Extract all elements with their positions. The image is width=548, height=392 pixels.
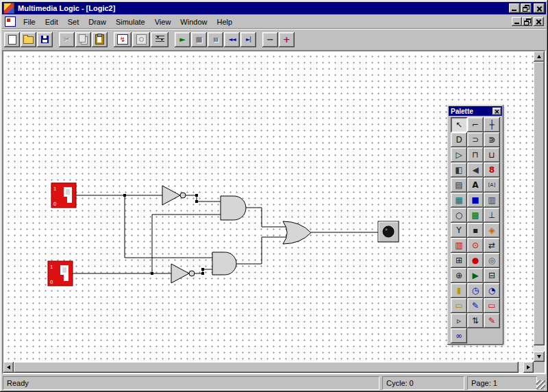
- options-button[interactable]: [151, 32, 169, 47]
- palette-selector[interactable]: ↖: [451, 117, 467, 132]
- palette-timer[interactable]: ◔: [484, 283, 500, 298]
- palette-and-gate[interactable]: D: [451, 132, 467, 147]
- reset-button[interactable]: ◄◄: [224, 32, 240, 47]
- mdi-restore-button[interactable]: [522, 17, 532, 26]
- menu-file[interactable]: File: [18, 16, 40, 27]
- palette-led-panel[interactable]: ■: [467, 193, 484, 208]
- palette-rom[interactable]: ▪: [467, 223, 484, 238]
- palette-keypad[interactable]: ▦: [451, 193, 467, 208]
- palette-amplifier[interactable]: ▶: [467, 268, 484, 283]
- palette-ground[interactable]: ⊥: [484, 208, 500, 223]
- mdi-close-button[interactable]: [534, 17, 544, 26]
- menu-edit[interactable]: Edit: [40, 16, 63, 27]
- not-gate[interactable]: [162, 186, 186, 205]
- palette-adder[interactable]: ⊕: [451, 268, 467, 283]
- palette-counter[interactable]: ▥: [484, 193, 500, 208]
- palette-oscillator[interactable]: ⊓: [467, 147, 484, 162]
- palette-oval[interactable]: ○: [451, 208, 467, 223]
- new-button[interactable]: [4, 32, 20, 47]
- palette-or-gate[interactable]: ⊃: [467, 132, 484, 147]
- menu-draw[interactable]: Draw: [84, 16, 111, 27]
- zoom-in-button[interactable]: +: [279, 32, 295, 47]
- palette-wire[interactable]: ⌐: [467, 117, 484, 132]
- vertical-scroll-thumb[interactable]: [534, 62, 545, 345]
- or-gate[interactable]: [283, 221, 311, 244]
- scroll-down-button[interactable]: [534, 352, 545, 362]
- simulate-wizard-button[interactable]: [114, 32, 132, 47]
- menu-window[interactable]: Window: [175, 16, 212, 27]
- wire[interactable]: [125, 195, 212, 258]
- wire-junction[interactable]: [123, 194, 126, 197]
- app-icon[interactable]: [3, 3, 14, 14]
- palette-register[interactable]: ▥: [451, 238, 467, 253]
- vertical-scrollbar[interactable]: [534, 51, 545, 362]
- palette-label[interactable]: ▭: [451, 298, 467, 313]
- palette-node[interactable]: ┼: [484, 117, 500, 132]
- palette-bus-link[interactable]: ∞: [451, 328, 467, 343]
- run-button[interactable]: ►: [175, 32, 190, 47]
- scroll-up-button[interactable]: [534, 51, 545, 62]
- window-restore-button[interactable]: [521, 3, 532, 13]
- wire-junction[interactable]: [201, 268, 204, 271]
- palette-clock[interactable]: ◷: [467, 283, 484, 298]
- switch-input[interactable]: 10: [48, 261, 73, 286]
- canvas[interactable]: 1010 Palette ↖⌐┼D⊃⋑▷⊓⊔◧◀8▤A[A]▦■▥○▩⊥Y▪◈▥…: [3, 51, 534, 362]
- mdi-minimize-button[interactable]: [512, 17, 522, 26]
- palette-speaker[interactable]: ◀: [467, 162, 484, 177]
- and-gate[interactable]: [221, 196, 246, 220]
- palette-switch[interactable]: ◧: [451, 162, 467, 177]
- horizontal-scroll-thumb[interactable]: [14, 362, 519, 373]
- palette-seven-segment[interactable]: 8: [484, 162, 500, 177]
- window-close-button[interactable]: [534, 3, 545, 13]
- switch-input[interactable]: 10: [51, 183, 76, 208]
- wire[interactable]: [152, 215, 221, 273]
- palette-keyboard[interactable]: [A]: [484, 177, 500, 193]
- palette-led[interactable]: ⊙: [467, 238, 484, 253]
- palette-tri-state[interactable]: Y: [451, 223, 467, 238]
- palette-titlebar[interactable]: Palette: [449, 106, 502, 116]
- palette-pen[interactable]: ✎: [484, 313, 500, 328]
- palette-drum[interactable]: ◎: [484, 253, 500, 268]
- palette-slider[interactable]: ▤: [451, 177, 467, 193]
- palette-ascii-display[interactable]: A: [467, 177, 484, 193]
- wire-junction[interactable]: [151, 272, 153, 275]
- palette-xor-gate[interactable]: ⋑: [484, 132, 500, 147]
- scroll-right-button[interactable]: [523, 362, 534, 373]
- wire[interactable]: [186, 195, 221, 201]
- wire-junction[interactable]: [195, 200, 198, 203]
- palette-rectangle[interactable]: ▭: [484, 298, 500, 313]
- palette-close-button[interactable]: [493, 108, 501, 115]
- and-gate[interactable]: [212, 252, 236, 275]
- palette-bitmap[interactable]: ▩: [467, 208, 484, 223]
- menu-set[interactable]: Set: [63, 16, 84, 27]
- wire-junction[interactable]: [201, 272, 204, 275]
- resize-grip[interactable]: [536, 380, 545, 389]
- palette-shift-register[interactable]: ⇄: [484, 238, 500, 253]
- menu-view[interactable]: View: [150, 16, 176, 27]
- palette-flip-flop[interactable]: ⊔: [484, 147, 500, 162]
- palette-probe[interactable]: ▹: [451, 313, 467, 328]
- menu-help[interactable]: Help: [212, 16, 237, 27]
- paste-button[interactable]: [92, 32, 108, 47]
- window-minimize-button[interactable]: [509, 3, 520, 13]
- zoom-out-button[interactable]: −: [262, 32, 278, 47]
- palette-not-gate[interactable]: ▷: [451, 147, 467, 162]
- palette-big-led[interactable]: ●: [467, 253, 484, 268]
- palette-up-down[interactable]: ⇅: [467, 313, 484, 328]
- palette-text-tool[interactable]: ✎: [467, 298, 484, 313]
- not-gate[interactable]: [171, 264, 195, 283]
- menu-simulate[interactable]: Simulate: [111, 16, 150, 27]
- wire-junction[interactable]: [195, 194, 198, 197]
- palette-battery[interactable]: ▮: [451, 283, 467, 298]
- palette-ram[interactable]: ⊞: [451, 253, 467, 268]
- wire[interactable]: [236, 237, 286, 264]
- palette-bin-counter[interactable]: ⊟: [484, 268, 500, 283]
- horizontal-scrollbar[interactable]: [3, 362, 534, 373]
- step-button[interactable]: ►|: [240, 32, 256, 47]
- scroll-left-button[interactable]: [3, 362, 14, 373]
- palette-flag[interactable]: ◈: [484, 223, 500, 238]
- led-output[interactable]: [378, 221, 399, 242]
- open-button[interactable]: [21, 32, 36, 47]
- save-button[interactable]: [37, 32, 53, 47]
- wire[interactable]: [246, 208, 286, 227]
